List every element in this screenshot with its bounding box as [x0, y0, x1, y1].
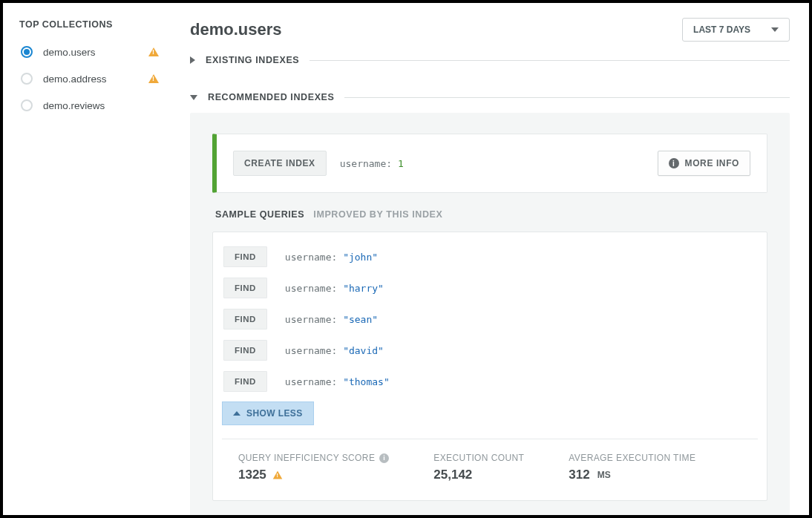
collection-item-reviews[interactable]: demo.reviews: [19, 94, 162, 117]
dropdown-label: LAST 7 DAYS: [693, 24, 750, 35]
sidebar-title: TOP COLLECTIONS: [19, 19, 162, 30]
query-key: username:: [285, 283, 337, 294]
query-value: "thomas": [343, 376, 390, 387]
query-key: username:: [285, 345, 337, 356]
page-title: demo.users: [190, 20, 282, 39]
collection-name: demo.users: [43, 47, 148, 58]
query-value: "sean": [343, 314, 378, 325]
stat-label: QUERY INEFFICIENCY SCORE i: [238, 453, 389, 463]
main: demo.users LAST 7 DAYS EXISTING INDEXES …: [175, 3, 809, 515]
radio-selected-icon: [21, 46, 33, 58]
collection-name: demo.reviews: [43, 100, 160, 111]
stat-label: AVERAGE EXECUTION TIME: [569, 453, 695, 463]
stat-value: 1325: [238, 468, 389, 482]
chevron-down-icon: [771, 27, 779, 32]
divider: [344, 97, 790, 98]
stat-value: 312MS: [569, 468, 695, 482]
query-key: username:: [285, 252, 337, 263]
warning-icon: [148, 74, 159, 83]
query-op-badge: FIND: [223, 340, 267, 361]
recommended-panel: CREATE INDEX username: 1 i MORE INFO SAM…: [190, 113, 790, 515]
create-index-button[interactable]: CREATE INDEX: [233, 151, 327, 176]
sample-heading-2: IMPROVED BY THIS INDEX: [313, 209, 442, 220]
stat-avg-time: AVERAGE EXECUTION TIME 312MS: [569, 453, 695, 482]
sample-queries-card: FIND username: "john" FIND username: "ha…: [212, 232, 767, 501]
query-row: FIND username: "thomas": [222, 366, 758, 397]
more-info-label: MORE INFO: [685, 158, 739, 168]
chevron-up-icon: [233, 411, 240, 416]
collection-item-address[interactable]: demo.address: [19, 67, 162, 91]
info-icon[interactable]: i: [379, 453, 389, 463]
stat-label-text: QUERY INEFFICIENCY SCORE: [238, 453, 375, 463]
stat-inefficiency: QUERY INEFFICIENCY SCORE i 1325: [238, 453, 389, 482]
section-label: RECOMMENDED INDEXES: [208, 92, 334, 102]
sample-queries-heading: SAMPLE QUERIES IMPROVED BY THIS INDEX: [215, 209, 767, 220]
query-text: username: "harry": [285, 283, 384, 294]
collection-name: demo.address: [43, 73, 148, 85]
query-value: "john": [343, 252, 378, 263]
query-value: "harry": [343, 283, 384, 294]
stat-unit: MS: [597, 470, 611, 480]
query-op-badge: FIND: [223, 371, 267, 392]
index-spec: username: 1: [340, 158, 644, 169]
header-row: demo.users LAST 7 DAYS: [190, 18, 790, 42]
show-less-label: SHOW LESS: [246, 408, 303, 419]
query-row: FIND username: "harry": [222, 272, 758, 304]
query-text: username: "sean": [285, 314, 378, 325]
radio-unselected-icon: [21, 73, 33, 85]
index-value: 1: [398, 158, 404, 169]
query-key: username:: [285, 376, 337, 387]
triangle-right-icon: [190, 56, 195, 64]
radio-unselected-icon: [21, 99, 33, 111]
collection-list: demo.users demo.address demo.reviews: [19, 40, 162, 117]
more-info-button[interactable]: i MORE INFO: [658, 151, 750, 176]
query-value: "david": [343, 345, 384, 356]
stats-row: QUERY INEFFICIENCY SCORE i 1325 EXECUTIO…: [222, 439, 758, 500]
date-range-dropdown[interactable]: LAST 7 DAYS: [682, 18, 790, 42]
divider: [310, 60, 790, 61]
section-label: EXISTING INDEXES: [206, 55, 299, 65]
info-icon: i: [669, 158, 679, 168]
stat-value-text: 1325: [238, 468, 266, 482]
section-recommended-indexes[interactable]: RECOMMENDED INDEXES: [190, 92, 790, 102]
triangle-down-icon: [190, 95, 197, 100]
warning-icon: [273, 471, 283, 479]
stat-execution-count: EXECUTION COUNT 25,142: [433, 453, 524, 482]
index-key: username:: [340, 158, 392, 169]
stat-label: EXECUTION COUNT: [433, 453, 524, 463]
query-row: FIND username: "sean": [222, 304, 758, 335]
section-existing-indexes[interactable]: EXISTING INDEXES: [190, 55, 790, 65]
show-less-button[interactable]: SHOW LESS: [222, 401, 314, 425]
stat-value-text: 312: [569, 468, 589, 482]
query-row: FIND username: "john": [222, 241, 758, 272]
sidebar: TOP COLLECTIONS demo.users demo.address …: [3, 3, 175, 515]
index-card: CREATE INDEX username: 1 i MORE INFO: [212, 134, 767, 193]
query-text: username: "john": [285, 252, 378, 263]
warning-icon: [148, 47, 159, 56]
sample-heading-1: SAMPLE QUERIES: [215, 209, 304, 220]
query-op-badge: FIND: [223, 246, 267, 267]
query-op-badge: FIND: [223, 309, 267, 330]
stat-value: 25,142: [433, 468, 524, 482]
query-text: username: "thomas": [285, 376, 390, 387]
query-row: FIND username: "david": [222, 335, 758, 366]
query-text: username: "david": [285, 345, 384, 356]
query-op-badge: FIND: [223, 278, 267, 298]
collection-item-users[interactable]: demo.users: [19, 40, 162, 64]
query-key: username:: [285, 314, 337, 325]
